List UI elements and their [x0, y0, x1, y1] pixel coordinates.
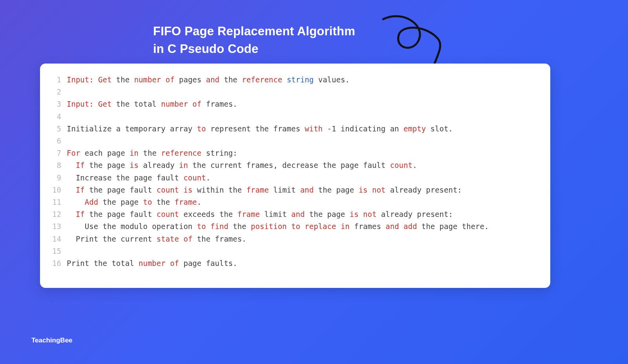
line-number: 8	[49, 159, 61, 171]
line-number: 3	[49, 98, 61, 110]
slide-title: FIFO Page Replacement Algorithm in C Pse…	[153, 23, 355, 58]
line-number: 1	[49, 74, 61, 86]
code-line: 6	[49, 135, 537, 147]
line-number: 14	[49, 233, 61, 245]
line-number: 16	[49, 257, 61, 269]
code-line: 5Initialize a temporary array to represe…	[49, 123, 537, 135]
line-number: 9	[49, 172, 61, 184]
line-number: 4	[49, 111, 61, 123]
code-line: 15	[49, 245, 537, 257]
code-line: 9 Increase the page fault count.	[49, 172, 537, 184]
line-content: For each page in the reference string:	[67, 147, 237, 159]
code-line: 12 If the page fault count exceeds the f…	[49, 208, 537, 220]
code-line: 10 If the page fault count is within the…	[49, 184, 537, 196]
line-content: If the page fault count is within the fr…	[67, 184, 462, 196]
line-content: Print the total number of page faults.	[67, 257, 237, 269]
line-number: 7	[49, 147, 61, 159]
title-line-1: FIFO Page Replacement Algorithm	[153, 24, 355, 38]
line-content: Print the current state of the frames.	[67, 233, 246, 245]
line-number: 12	[49, 208, 61, 220]
code-line: 11 Add the page to the frame.	[49, 196, 537, 208]
pseudocode-block: 1Input: Get the number of pages and the …	[49, 74, 537, 269]
line-number: 5	[49, 123, 61, 135]
line-number: 2	[49, 86, 61, 98]
code-line: 1Input: Get the number of pages and the …	[49, 74, 537, 86]
line-content: Input: Get the number of pages and the r…	[67, 74, 350, 86]
line-content: If the page is already in the current fr…	[67, 159, 417, 171]
brand-label: TeachingBee	[31, 337, 73, 344]
line-content: Initialize a temporary array to represen…	[67, 123, 453, 135]
code-line: 3Input: Get the total number of frames.	[49, 98, 537, 110]
code-card: 1Input: Get the number of pages and the …	[40, 64, 550, 288]
line-number: 6	[49, 135, 61, 147]
code-line: 8 If the page is already in the current …	[49, 159, 537, 171]
title-line-2: in C Pseudo Code	[153, 42, 258, 56]
line-number: 10	[49, 184, 61, 196]
code-line: 13 Use the modulo operation to find the …	[49, 220, 537, 233]
line-number: 13	[49, 220, 61, 233]
line-content: Use the modulo operation to find the pos…	[67, 220, 489, 233]
line-content: Add the page to the frame.	[67, 196, 201, 208]
brand-footer: TeachingBee	[31, 337, 73, 344]
code-line: 7For each page in the reference string:	[49, 147, 537, 159]
code-line: 14 Print the current state of the frames…	[49, 233, 537, 245]
line-content: Increase the page fault count.	[67, 172, 210, 184]
line-content: Input: Get the total number of frames.	[67, 98, 237, 110]
code-line: 16Print the total number of page faults.	[49, 257, 537, 269]
line-content: If the page fault count exceeds the fram…	[67, 208, 453, 220]
code-line: 4	[49, 111, 537, 123]
line-number: 11	[49, 196, 61, 208]
line-number: 15	[49, 245, 61, 257]
code-line: 2	[49, 86, 537, 98]
